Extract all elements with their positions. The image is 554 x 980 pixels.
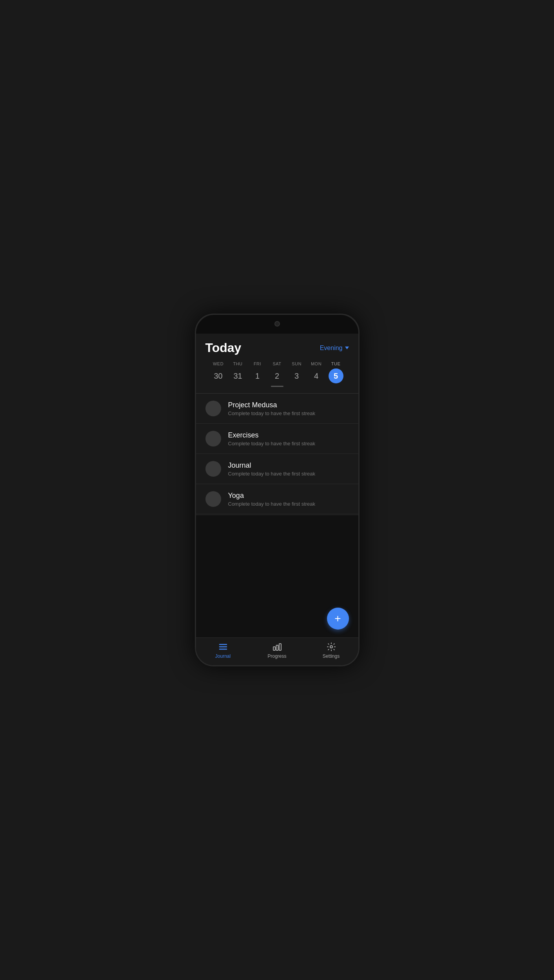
time-selector[interactable]: Evening (320, 345, 349, 352)
phone-frame: Today Evening WED30THU31FRI1SAT2SUN3MON4… (195, 314, 360, 666)
cal-day-num: 30 (211, 368, 226, 383)
habit-incomplete-icon[interactable] (205, 491, 221, 507)
screen: Today Evening WED30THU31FRI1SAT2SUN3MON4… (196, 334, 358, 665)
calendar-day-2[interactable]: SAT2 (267, 361, 287, 388)
camera (274, 321, 280, 327)
nav-label-settings: Settings (323, 653, 340, 659)
habit-incomplete-icon[interactable] (205, 431, 221, 446)
habit-sub: Complete today to have the first streak (228, 501, 349, 507)
svg-point-6 (330, 646, 332, 648)
calendar-day-30[interactable]: WED30 (209, 361, 228, 388)
cal-day-name: MON (311, 361, 322, 366)
nav-item-settings[interactable]: Settings (304, 642, 358, 659)
calendar-day-1[interactable]: FRI1 (248, 361, 267, 388)
calendar-day-5[interactable]: TUE5 (326, 361, 346, 388)
habit-item-2[interactable]: JournalComplete today to have the first … (196, 454, 358, 484)
calendar-day-3[interactable]: SUN3 (287, 361, 307, 388)
habit-item-0[interactable]: Project MedusaComplete today to have the… (196, 394, 358, 424)
habit-name: Project Medusa (228, 401, 349, 409)
cal-day-num: 5 (329, 368, 343, 383)
cal-day-name: TUE (331, 361, 341, 366)
calendar: WED30THU31FRI1SAT2SUN3MON4TUE5 (205, 361, 349, 388)
journal-icon (218, 642, 228, 652)
empty-space: + (196, 515, 358, 637)
header: Today Evening WED30THU31FRI1SAT2SUN3MON4… (196, 334, 358, 393)
side-button-right (358, 385, 360, 409)
chevron-down-icon (345, 347, 349, 349)
habit-info: YogaComplete today to have the first str… (228, 492, 349, 507)
cal-day-name: SAT (272, 361, 281, 366)
cal-day-name: SUN (292, 361, 302, 366)
cal-day-num: 31 (231, 368, 245, 383)
habit-incomplete-icon[interactable] (205, 401, 221, 416)
fab-plus-icon: + (334, 613, 341, 624)
svg-rect-5 (279, 644, 281, 650)
habit-sub: Complete today to have the first streak (228, 471, 349, 477)
habit-info: Project MedusaComplete today to have the… (228, 401, 349, 416)
bottom-nav: Journal Progress (196, 637, 358, 665)
cal-day-name: THU (233, 361, 242, 366)
svg-rect-4 (276, 645, 278, 650)
nav-item-journal[interactable]: Journal (196, 642, 250, 659)
calendar-day-4[interactable]: MON4 (307, 361, 326, 388)
cal-day-num: 3 (289, 368, 304, 383)
habit-list: Project MedusaComplete today to have the… (196, 394, 358, 515)
cal-day-name: FRI (254, 361, 261, 366)
habit-item-3[interactable]: YogaComplete today to have the first str… (196, 484, 358, 514)
add-habit-button[interactable]: + (327, 608, 349, 630)
habit-info: JournalComplete today to have the first … (228, 461, 349, 477)
habit-sub: Complete today to have the first streak (228, 410, 349, 416)
habit-incomplete-icon[interactable] (205, 461, 221, 477)
cal-day-num: 1 (250, 368, 265, 383)
nav-label-progress: Progress (267, 653, 286, 659)
nav-label-journal: Journal (215, 653, 231, 659)
progress-icon (272, 642, 282, 652)
habit-sub: Complete today to have the first streak (228, 441, 349, 446)
habit-name: Journal (228, 461, 349, 470)
nav-item-progress[interactable]: Progress (250, 642, 304, 659)
header-top: Today Evening (205, 341, 349, 355)
habit-info: ExercisesComplete today to have the firs… (228, 431, 349, 446)
habit-name: Exercises (228, 431, 349, 439)
page-title: Today (205, 341, 242, 355)
habit-name: Yoga (228, 492, 349, 500)
cal-day-name: WED (213, 361, 223, 366)
sat-indicator (271, 386, 283, 387)
habit-item-1[interactable]: ExercisesComplete today to have the firs… (196, 424, 358, 454)
calendar-day-31[interactable]: THU31 (228, 361, 248, 388)
settings-icon (326, 642, 336, 652)
cal-day-num: 4 (309, 368, 324, 383)
cal-day-num: 2 (270, 368, 285, 383)
time-selector-label: Evening (320, 345, 343, 352)
svg-rect-3 (273, 647, 275, 650)
